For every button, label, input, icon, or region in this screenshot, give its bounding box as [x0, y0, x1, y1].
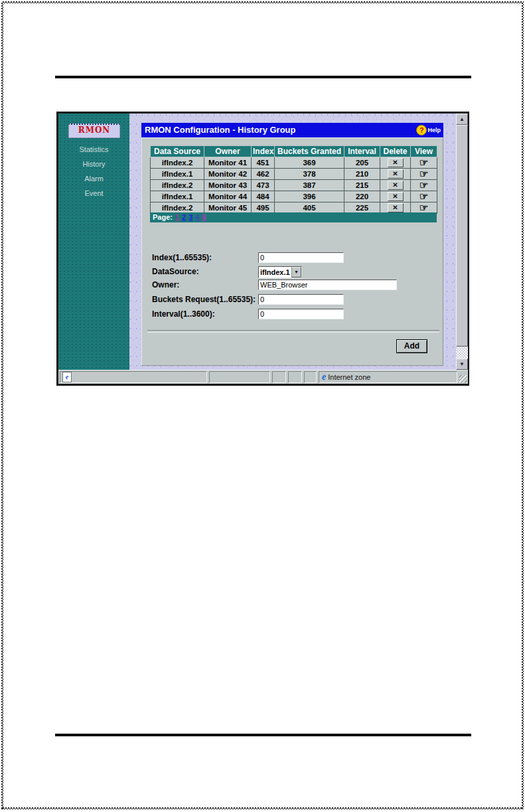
- page-title: RMON Configuration - History Group: [141, 123, 416, 137]
- sidebar: RMON Statistics History Alarm Event: [58, 114, 129, 370]
- page-link-1[interactable]: 1: [175, 213, 179, 221]
- col-data-source: Data Source: [151, 146, 204, 157]
- vertical-scrollbar[interactable]: ▲ ▼: [456, 114, 468, 370]
- col-delete: Delete: [380, 146, 411, 157]
- cell-owner: Monitor 45: [204, 203, 252, 214]
- form-divider: [147, 330, 439, 333]
- footer-rule: [55, 734, 471, 736]
- page-border-top: [1, 1, 522, 3]
- document-icon: e: [62, 372, 72, 382]
- cell-interval: 225: [344, 203, 380, 214]
- table-header-row: Data Source Owner Index Buckets Granted …: [151, 146, 437, 157]
- delete-button[interactable]: ✕: [388, 158, 404, 167]
- table-row: ifIndex.2 Monitor 43 473 387 215 ✕ ☞: [151, 180, 437, 191]
- cell-buckets: 378: [275, 169, 344, 180]
- status-pane-4: [288, 371, 302, 383]
- page-border-right: [522, 1, 524, 809]
- cell-interval: 205: [344, 157, 380, 169]
- table-row: ifIndex.1 Monitor 44 484 396 220 ✕ ☞: [151, 191, 437, 203]
- table-row: ifIndex.2 Monitor 41 451 369 205 ✕ ☞: [151, 157, 437, 169]
- cell-index: 473: [252, 180, 275, 191]
- scrollbar-thumb[interactable]: [456, 125, 468, 347]
- status-bar: e e Internet zone: [58, 370, 468, 384]
- chevron-down-icon[interactable]: ▼: [291, 267, 301, 278]
- owner-label: Owner:: [152, 280, 265, 290]
- page-label: Page:: [153, 213, 173, 221]
- status-pane-2: [209, 371, 270, 383]
- sidebar-item-event[interactable]: Event: [58, 189, 129, 199]
- help-button[interactable]: ? Help: [416, 123, 443, 137]
- cell-index: 462: [252, 169, 275, 180]
- owner-input[interactable]: WEB_Browser: [258, 280, 397, 290]
- header-rule: [55, 76, 471, 78]
- cell-owner: Monitor 43: [204, 180, 252, 191]
- cell-data-source: ifIndex.2: [151, 203, 204, 214]
- cell-interval: 210: [344, 169, 380, 180]
- cell-data-source: ifIndex.2: [151, 180, 204, 191]
- index-label: Index(1..65535):: [152, 252, 265, 263]
- sidebar-item-history[interactable]: History: [58, 160, 129, 169]
- internet-explorer-icon: e: [322, 372, 326, 382]
- view-hand-icon[interactable]: ☞: [419, 191, 428, 202]
- view-hand-icon[interactable]: ☞: [419, 168, 428, 179]
- index-input[interactable]: 0: [258, 252, 344, 263]
- scroll-down-icon[interactable]: ▼: [456, 359, 468, 370]
- cell-data-source: ifIndex.1: [151, 169, 204, 180]
- delete-button[interactable]: ✕: [388, 169, 404, 179]
- cell-index: 484: [252, 191, 275, 203]
- cell-buckets: 369: [275, 157, 344, 169]
- sidebar-item-alarm[interactable]: Alarm: [58, 175, 129, 184]
- cell-owner: Monitor 44: [204, 191, 252, 203]
- help-icon[interactable]: ?: [416, 125, 427, 135]
- add-button[interactable]: Add: [396, 339, 427, 353]
- col-index: Index: [252, 146, 275, 157]
- buckets-request-input[interactable]: 0: [258, 294, 344, 305]
- page-border-left: [1, 1, 3, 809]
- datasource-label: DataSource:: [152, 266, 265, 277]
- cell-buckets: 396: [275, 191, 344, 203]
- help-label: Help: [427, 123, 441, 137]
- interval-label: Interval(1..3600):: [152, 309, 265, 319]
- datasource-value: ifIndex.1: [259, 267, 291, 278]
- view-hand-icon[interactable]: ☞: [419, 179, 428, 191]
- view-hand-icon[interactable]: ☞: [419, 202, 428, 213]
- status-pane-3: [272, 371, 286, 383]
- cell-index: 451: [252, 157, 275, 169]
- page-link-4[interactable]: 4: [195, 213, 199, 221]
- table-row: ifIndex.1 Monitor 42 462 378 210 ✕ ☞: [151, 169, 437, 180]
- delete-button[interactable]: ✕: [388, 192, 404, 201]
- content-area: RMON Configuration - History Group ? Hel…: [129, 114, 456, 370]
- page-link-2[interactable]: 2: [182, 213, 186, 221]
- status-pane-5: [304, 371, 317, 383]
- status-pane-main: e: [60, 371, 207, 383]
- config-panel: Data Source Owner Index Buckets Granted …: [141, 137, 443, 366]
- zone-label: Internet zone: [328, 373, 370, 381]
- rmon-logo: RMON: [68, 123, 120, 138]
- sidebar-item-statistics[interactable]: Statistics: [58, 145, 129, 155]
- status-zone-pane: e Internet zone: [319, 371, 457, 383]
- page-border-bottom: [1, 807, 522, 809]
- interval-input[interactable]: 0: [258, 309, 344, 319]
- history-table: Data Source Owner Index Buckets Granted …: [150, 145, 437, 214]
- cell-owner: Monitor 42: [204, 169, 252, 180]
- resize-grip[interactable]: [459, 375, 467, 383]
- cell-data-source: ifIndex.2: [151, 157, 204, 169]
- buckets-request-label: Buckets Request(1..65535):: [152, 294, 265, 305]
- pagination-bar: Page:12345: [150, 212, 437, 222]
- page-link-3[interactable]: 3: [188, 213, 192, 221]
- rmon-history-screenshot: RMON Statistics History Alarm Event RMON…: [56, 112, 469, 386]
- cell-interval: 215: [344, 180, 380, 191]
- col-interval: Interval: [344, 146, 380, 157]
- cell-index: 495: [252, 203, 275, 214]
- view-hand-icon[interactable]: ☞: [419, 157, 428, 168]
- title-bar: RMON Configuration - History Group ? Hel…: [141, 123, 443, 137]
- col-view: View: [411, 146, 437, 157]
- cell-data-source: ifIndex.1: [151, 191, 204, 203]
- cell-owner: Monitor 41: [204, 157, 252, 169]
- delete-button[interactable]: ✕: [388, 181, 404, 190]
- cell-interval: 220: [344, 191, 380, 203]
- datasource-select[interactable]: ifIndex.1 ▼: [258, 266, 302, 278]
- page-link-5[interactable]: 5: [202, 213, 206, 221]
- scroll-up-icon[interactable]: ▲: [456, 114, 468, 125]
- delete-button[interactable]: ✕: [388, 203, 404, 212]
